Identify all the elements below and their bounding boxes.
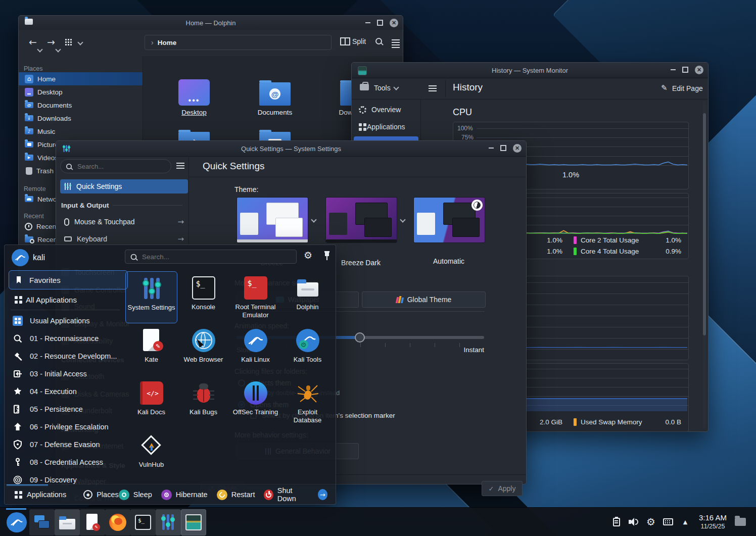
maximize-icon[interactable] [500, 145, 506, 151]
tools-menu[interactable]: Tools [374, 84, 391, 92]
app-vulnhub[interactable]: VulnHub [125, 429, 177, 481]
launcher-nav-all-applications[interactable]: All Applications [9, 290, 127, 309]
apply-button[interactable]: ✓ Apply [482, 481, 523, 496]
theme-thumbnail-breeze-dark[interactable] [325, 197, 397, 243]
category-06-privilege-escalation[interactable]: 06 - Privilege Escalation [9, 418, 126, 435]
settings-search-input[interactable] [76, 162, 159, 171]
pin-icon[interactable] [323, 251, 330, 261]
app-kali-bugs[interactable]: Kali Bugs [177, 376, 229, 428]
task-konsole[interactable]: $_ [130, 509, 156, 535]
clock[interactable]: 3:16 AM 11/25/25 [699, 513, 727, 530]
breeze-dark-dropdown-icon[interactable] [400, 217, 405, 222]
sysmon-titlebar[interactable]: History — System Monitor ✕ [352, 63, 708, 78]
forward-icon[interactable]: → [47, 36, 55, 47]
dolphin-titlebar[interactable]: Home — Dolphin ✕ [19, 16, 403, 30]
category-02-resource-development[interactable]: 02 - Resource Developm... [9, 347, 126, 365]
tools-dropdown-icon[interactable] [393, 84, 399, 90]
folder-tile-documents[interactable]: @ Documents [252, 79, 298, 116]
app-offsec-training[interactable]: OffSec Training [229, 376, 281, 428]
app-kate[interactable]: ✎ Kate [125, 324, 177, 376]
footer-action-shutdown[interactable]: Shut Down [264, 486, 308, 503]
close-icon[interactable]: ✕ [695, 66, 703, 74]
breadcrumb[interactable]: › Home [145, 35, 332, 50]
app-exploit-database[interactable]: Exploit Database [281, 376, 334, 428]
task-firefox[interactable] [105, 509, 130, 535]
global-theme-button[interactable]: Global Theme [362, 291, 486, 308]
category-08-credential-access[interactable]: 08 - Credential Access [9, 453, 126, 471]
scrollbar-thumb[interactable] [703, 113, 706, 335]
clipboard-icon[interactable] [608, 512, 625, 532]
view-mode-dropdown-icon[interactable] [77, 39, 83, 45]
app-root-terminal[interactable]: $_ Root Terminal Emulator [229, 271, 281, 323]
panel-toolbox-icon[interactable] [732, 512, 749, 532]
sidebar-item-keyboard[interactable]: Keyboard → [60, 232, 188, 246]
app-kali-docs[interactable]: </> Kali Docs [125, 376, 177, 428]
category-01-reconnaissance[interactable]: 01 - Reconnaissance [9, 329, 126, 347]
places-item-documents[interactable]: @Documents [19, 99, 143, 112]
task-kate[interactable]: ✎ [80, 509, 105, 535]
tray-expand-icon[interactable]: ▲ [677, 512, 694, 532]
minimize-icon[interactable] [671, 69, 676, 70]
edit-page-icon[interactable]: ✎ [661, 83, 668, 92]
folder-tile-desktop[interactable]: ••• Desktop [171, 79, 217, 116]
task-dolphin[interactable] [55, 509, 80, 535]
task-system-settings[interactable] [156, 509, 181, 535]
category-05-persistence[interactable]: 05 - Persistence [9, 400, 126, 418]
theme-thumbnail-automatic[interactable] [413, 197, 485, 243]
app-kali-linux[interactable]: Kali Linux [229, 324, 281, 376]
footer-action-restart[interactable]: Restart [217, 490, 255, 500]
minimize-icon[interactable] [365, 22, 370, 23]
breeze-dropdown-icon[interactable] [311, 217, 316, 222]
app-dolphin[interactable]: Dolphin [281, 271, 334, 323]
sidebar-hamburger-icon[interactable] [176, 165, 184, 166]
footer-action-sleep[interactable]: Sleep [119, 490, 152, 500]
footer-tab-places[interactable]: ◆ Places [83, 490, 119, 499]
sidebar-menu-icon[interactable] [429, 88, 437, 89]
search-icon[interactable] [375, 38, 382, 44]
slider-handle[interactable] [355, 332, 365, 343]
breadcrumb-item-home[interactable]: Home [158, 39, 177, 46]
sidebar-item-mouse-touchpad[interactable]: Mouse & Touchpad → [60, 215, 188, 229]
back-icon[interactable]: ← [29, 36, 37, 47]
configure-icon[interactable]: ⚙ [304, 250, 312, 261]
view-mode-icon[interactable] [65, 39, 67, 40]
places-item-downloads[interactable]: ↓Downloads [19, 112, 143, 125]
category-04-execution[interactable]: 04 - Execution [9, 382, 126, 400]
app-konsole[interactable]: $_ Konsole [177, 271, 229, 323]
launcher-search-field[interactable] [125, 250, 297, 264]
maximize-icon[interactable] [682, 67, 688, 73]
tray-keyboard-icon[interactable] [659, 512, 677, 532]
category-07-defense-evasion[interactable]: 07 - Defense Evasion [9, 435, 126, 453]
virtual-desktop-pager[interactable] [29, 509, 55, 535]
scrollbar[interactable] [703, 101, 706, 428]
footer-action-hibernate[interactable]: Hibernate [161, 490, 208, 500]
places-item-music[interactable]: ♪Music [19, 125, 143, 138]
places-item-desktop[interactable]: Desktop [19, 85, 143, 99]
category-03-initial-access[interactable]: 03 - Initial Access [9, 365, 126, 382]
launcher-nav-favorites[interactable]: Favorites [9, 270, 128, 289]
sidebar-item-overview[interactable]: Overview [352, 101, 420, 118]
settings-search-field[interactable] [60, 159, 171, 173]
app-web-browser[interactable]: Web Browser [177, 324, 229, 376]
launcher-search-input[interactable] [141, 253, 279, 261]
settings-titlebar[interactable]: Quick Settings — System Settings ✕ [56, 141, 526, 157]
menu-icon[interactable] [392, 42, 400, 43]
volume-icon[interactable] [625, 512, 642, 532]
close-icon[interactable]: ✕ [390, 19, 398, 27]
category-usual-applications[interactable]: Usual Applications [9, 312, 126, 329]
task-system-monitor[interactable] [181, 509, 206, 535]
app-system-settings[interactable]: System Settings [125, 271, 177, 323]
app-kali-tools[interactable]: ⚙ Kali Tools [281, 324, 334, 376]
sidebar-item-quick-settings[interactable]: Quick Settings [60, 179, 188, 193]
leave-session-icon[interactable]: → [318, 489, 327, 500]
tray-settings-icon[interactable]: ⚙ [642, 512, 659, 532]
theme-thumbnail-breeze[interactable] [237, 197, 308, 243]
sidebar-item-applications[interactable]: Applications [352, 118, 420, 135]
edit-page-button[interactable]: Edit Page [672, 84, 703, 92]
places-item-home[interactable]: ⌂Home [19, 72, 143, 85]
user-avatar[interactable] [12, 249, 29, 266]
kali-menu-button[interactable] [4, 509, 29, 535]
split-label[interactable]: Split [352, 37, 366, 45]
close-icon[interactable]: ✕ [513, 144, 522, 153]
footer-tab-applications[interactable]: Applications [15, 491, 66, 499]
